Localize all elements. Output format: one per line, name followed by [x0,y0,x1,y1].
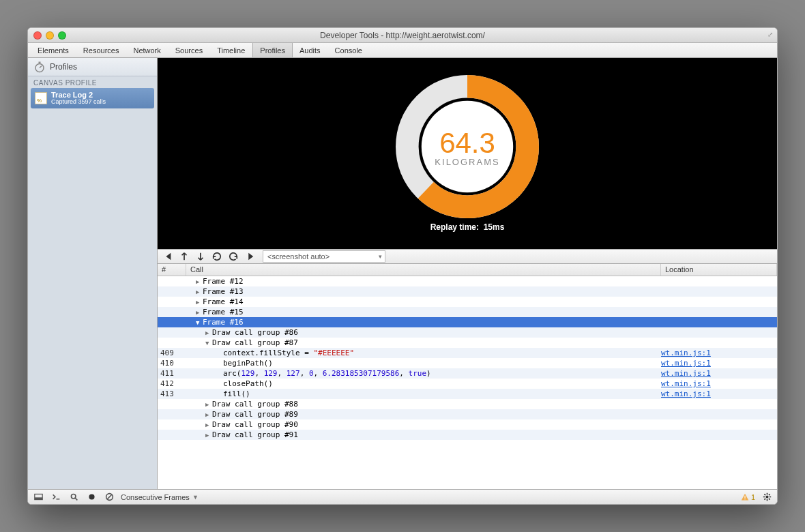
source-link[interactable]: wt.min.js:1 [661,369,711,378]
table-row[interactable]: ▼Frame #16 [158,317,777,327]
sidebar-item-trace-log[interactable]: Trace Log 2 Captured 3597 calls [31,88,154,108]
col-header-location[interactable]: Location [661,264,777,276]
source-link[interactable]: wt.min.js:1 [661,379,711,388]
record-icon[interactable] [85,491,98,503]
stopwatch-icon [33,61,46,73]
tab-network[interactable]: Network [126,43,168,57]
col-header-call[interactable]: Call [186,264,661,276]
table-row[interactable]: ▶Frame #13 [158,286,777,297]
sidebar-header-label: Profiles [50,62,77,72]
source-link[interactable]: wt.min.js:1 [661,349,711,357]
table-row[interactable]: 409context.fillStyle = "#EEEEEE"wt.min.j… [158,348,777,358]
tab-profiles[interactable]: Profiles [252,43,293,57]
table-row[interactable]: ▼Draw call group #87 [158,338,777,348]
search-icon[interactable] [68,491,80,503]
table-row[interactable]: ▶Draw call group #88 [158,399,777,409]
sidebar-section-label: CANVAS PROFILE [28,76,157,88]
close-icon[interactable] [33,31,42,40]
svg-line-22 [764,499,765,500]
window-title: Developer Tools - http://weight.aerotwis… [28,31,777,40]
play-button[interactable] [242,250,257,263]
prev-frame-button[interactable] [177,250,192,263]
sidebar-header: Profiles [28,58,157,76]
step-forward-button[interactable] [226,250,241,263]
table-row[interactable]: 411arc(129, 129, 127, 0, 6.2831853071795… [158,368,777,379]
tab-audits[interactable]: Audits [293,43,328,57]
settings-icon[interactable] [761,491,773,503]
svg-point-15 [765,495,768,498]
main-panel: 64.3 KILOGRAMS Replay time: 15ms <screen… [158,58,777,489]
devtools-window: Developer Tools - http://weight.aerotwis… [27,27,778,505]
capture-mode-select[interactable]: Consecutive Frames ▼ [121,493,199,501]
tab-sources[interactable]: Sources [169,43,210,57]
svg-rect-7 [34,497,42,499]
gauge-value: 64.3 [439,127,495,160]
source-link[interactable]: wt.min.js:1 [661,359,711,368]
sidebar: Profiles CANVAS PROFILE Trace Log 2 Capt… [28,58,158,489]
footer-toolbar: Consecutive Frames ▼ 1 [28,489,777,504]
table-row[interactable]: ▶Frame #12 [158,276,777,286]
dock-icon[interactable] [32,491,44,503]
zoom-icon[interactable] [58,31,66,40]
table-row[interactable]: ▶Frame #14 [158,297,777,307]
source-link[interactable]: wt.min.js:1 [661,389,711,398]
replay-time: Replay time: 15ms [430,222,505,232]
svg-rect-1 [39,62,41,63]
call-log-table[interactable]: ▶Frame #12▶Frame #13▶Frame #14▶Frame #15… [158,276,777,489]
window-controls [33,31,66,40]
svg-line-23 [768,494,770,495]
replay-toolbar: <screenshot auto> [158,249,777,264]
table-row[interactable]: ▶Draw call group #91 [158,430,777,440]
clear-icon[interactable] [103,491,115,503]
table-row[interactable]: ▶Draw call group #86 [158,327,777,338]
panel-tabs: ElementsResourcesNetworkSourcesTimelineP… [28,43,777,58]
table-row[interactable]: ▶Frame #15 [158,307,777,317]
warnings-badge[interactable]: 1 [741,493,755,501]
first-frame-button[interactable] [160,250,175,263]
sidebar-item-subtitle: Captured 3597 calls [51,99,106,106]
expand-icon[interactable]: ⤢ [767,31,773,38]
tab-console[interactable]: Console [328,43,370,57]
console-icon[interactable] [50,491,62,503]
svg-line-21 [768,499,770,500]
weight-gauge: 64.3 KILOGRAMS [396,75,539,218]
svg-point-8 [71,494,76,499]
tab-elements[interactable]: Elements [31,43,76,57]
warning-icon [741,493,749,501]
minimize-icon[interactable] [46,31,54,40]
table-row[interactable]: ▶Draw call group #90 [158,419,777,430]
table-header: # Call Location [158,264,777,276]
gauge-unit: KILOGRAMS [435,157,499,167]
svg-rect-13 [744,495,745,498]
profile-file-icon [35,92,47,104]
col-header-num[interactable]: # [158,264,186,276]
svg-line-20 [764,494,765,495]
screenshot-mode-select[interactable]: <screenshot auto> [263,250,385,263]
next-frame-button[interactable] [193,250,208,263]
svg-rect-14 [744,499,745,499]
titlebar: Developer Tools - http://weight.aerotwis… [28,28,777,43]
table-row[interactable]: 410beginPath()wt.min.js:1 [158,358,777,368]
svg-line-2 [40,66,42,68]
step-back-button[interactable] [209,250,224,263]
canvas-preview: 64.3 KILOGRAMS Replay time: 15ms [158,58,777,249]
tab-resources[interactable]: Resources [76,43,127,57]
table-row[interactable]: 413fill()wt.min.js:1 [158,389,777,399]
table-row[interactable]: ▶Draw call group #89 [158,409,777,419]
svg-point-10 [89,494,94,499]
svg-line-9 [75,498,77,500]
tab-timeline[interactable]: Timeline [210,43,252,57]
table-row[interactable]: 412closePath()wt.min.js:1 [158,379,777,389]
svg-line-12 [107,494,112,499]
